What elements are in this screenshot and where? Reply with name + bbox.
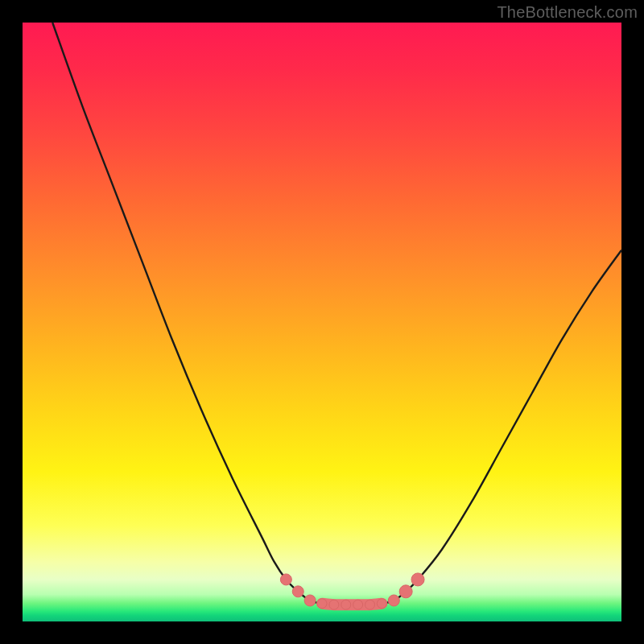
- curve-group: [52, 23, 621, 605]
- curve-marker: [399, 585, 412, 598]
- curve-marker: [353, 600, 363, 609]
- curve-marker: [292, 586, 303, 597]
- curve-marker: [317, 599, 327, 609]
- curve-marker: [411, 573, 424, 586]
- curve-svg: [23, 23, 621, 621]
- curve-marker: [365, 600, 375, 609]
- curve-marker: [304, 595, 316, 606]
- curve-marker: [377, 599, 386, 609]
- curve-marker: [280, 574, 291, 585]
- outer-frame: TheBottleneck.com: [0, 0, 644, 644]
- curve-marker: [329, 600, 339, 609]
- curve-marker: [341, 600, 351, 609]
- bottleneck-curve: [52, 23, 621, 605]
- watermark-text: TheBottleneck.com: [497, 3, 638, 22]
- plot-area: [23, 23, 621, 621]
- curve-marker: [388, 595, 399, 606]
